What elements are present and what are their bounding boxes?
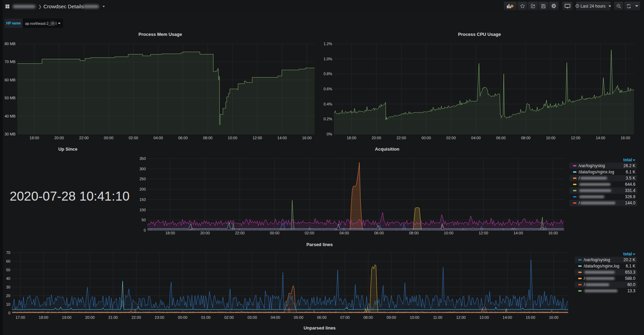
svg-text:14:00: 14:00 [503, 315, 512, 319]
svg-text:11:00: 11:00 [433, 315, 442, 319]
svg-text:50 MB: 50 MB [4, 96, 16, 100]
svg-text:02:00: 02:00 [129, 136, 138, 140]
svg-text:22:00: 22:00 [79, 136, 89, 140]
svg-text:22:00: 22:00 [132, 315, 141, 319]
svg-text:16:00: 16:00 [549, 315, 559, 319]
svg-text:08:00: 08:00 [203, 136, 213, 140]
svg-text:16:00: 16:00 [548, 231, 558, 235]
svg-text:08:00: 08:00 [409, 231, 419, 235]
svg-text:0.4%: 0.4% [324, 102, 332, 106]
svg-text:20:00: 20:00 [54, 136, 64, 140]
svg-text:00:00: 00:00 [270, 231, 279, 235]
svg-text:02:00: 02:00 [446, 136, 456, 140]
svg-text:18:00: 18:00 [347, 136, 356, 140]
svg-text:50: 50 [6, 268, 10, 272]
svg-text:12:00: 12:00 [571, 136, 581, 140]
svg-text:80 MB: 80 MB [4, 42, 16, 46]
svg-text:10:00: 10:00 [410, 315, 419, 319]
svg-text:23:00: 23:00 [155, 315, 164, 319]
svg-text:350: 350 [140, 156, 146, 161]
svg-text:200: 200 [140, 187, 146, 191]
svg-text:01:00: 01:00 [201, 315, 211, 319]
svg-text:150: 150 [140, 197, 146, 202]
svg-text:06:00: 06:00 [496, 136, 506, 140]
svg-text:04:00: 04:00 [271, 315, 280, 319]
svg-text:04:00: 04:00 [471, 136, 481, 140]
svg-text:19:00: 19:00 [62, 315, 72, 319]
svg-text:40: 40 [6, 276, 10, 281]
svg-text:0.8%: 0.8% [324, 72, 332, 76]
svg-text:30: 30 [6, 285, 10, 289]
svg-text:14:00: 14:00 [513, 231, 523, 235]
svg-text:250: 250 [140, 177, 146, 181]
svg-text:06:00: 06:00 [374, 231, 384, 235]
svg-text:05:00: 05:00 [294, 315, 304, 319]
svg-text:14:00: 14:00 [277, 136, 287, 140]
svg-text:1.0%: 1.0% [324, 57, 332, 61]
svg-text:09:00: 09:00 [387, 315, 396, 319]
svg-text:12:00: 12:00 [479, 231, 488, 235]
svg-text:00:00: 00:00 [104, 136, 114, 140]
svg-text:0.6%: 0.6% [324, 87, 332, 91]
svg-text:0: 0 [8, 311, 10, 315]
svg-text:15:00: 15:00 [526, 315, 535, 319]
svg-text:00:00: 00:00 [421, 136, 431, 140]
svg-text:1.2%: 1.2% [324, 42, 332, 46]
svg-text:22:00: 22:00 [235, 231, 245, 235]
svg-text:12:00: 12:00 [456, 315, 466, 319]
svg-text:60: 60 [6, 259, 10, 263]
svg-text:20:00: 20:00 [372, 136, 381, 140]
svg-text:00:00: 00:00 [178, 315, 187, 319]
svg-text:10:00: 10:00 [228, 136, 237, 140]
svg-text:10: 10 [6, 302, 10, 306]
svg-text:16:00: 16:00 [621, 136, 630, 140]
svg-text:70 MB: 70 MB [4, 60, 16, 64]
svg-text:03:00: 03:00 [247, 315, 257, 319]
svg-text:21:00: 21:00 [108, 315, 118, 319]
svg-text:02:00: 02:00 [224, 315, 234, 319]
svg-text:14:00: 14:00 [596, 136, 605, 140]
svg-text:07:00: 07:00 [340, 315, 350, 319]
svg-text:30 MB: 30 MB [4, 132, 16, 136]
svg-text:10:00: 10:00 [546, 136, 555, 140]
svg-text:40 MB: 40 MB [4, 114, 16, 118]
svg-text:06:00: 06:00 [178, 136, 188, 140]
svg-text:08:00: 08:00 [521, 136, 531, 140]
svg-text:20:00: 20:00 [85, 315, 95, 319]
svg-text:18:00: 18:00 [39, 315, 49, 319]
svg-text:08:00: 08:00 [364, 315, 373, 319]
svg-text:04:00: 04:00 [153, 136, 163, 140]
svg-text:70: 70 [6, 251, 10, 255]
svg-text:20: 20 [6, 294, 10, 298]
svg-text:22:00: 22:00 [397, 136, 406, 140]
svg-text:06:00: 06:00 [317, 315, 327, 319]
svg-text:18:00: 18:00 [30, 136, 39, 140]
svg-text:300: 300 [140, 167, 146, 171]
svg-text:0%: 0% [327, 132, 332, 136]
svg-text:17:00: 17:00 [16, 315, 25, 319]
svg-text:13:00: 13:00 [479, 315, 489, 319]
svg-text:50: 50 [142, 218, 146, 222]
svg-text:18:00: 18:00 [165, 231, 175, 235]
svg-text:12:00: 12:00 [253, 136, 262, 140]
svg-text:10:00: 10:00 [444, 231, 453, 235]
svg-text:20:00: 20:00 [200, 231, 210, 235]
svg-text:04:00: 04:00 [339, 231, 349, 235]
svg-text:0.2%: 0.2% [324, 117, 332, 121]
svg-text:60 MB: 60 MB [4, 78, 16, 82]
svg-text:100: 100 [140, 208, 146, 212]
svg-text:02:00: 02:00 [305, 231, 314, 235]
svg-text:16:00: 16:00 [302, 136, 312, 140]
svg-text:0: 0 [144, 228, 146, 232]
